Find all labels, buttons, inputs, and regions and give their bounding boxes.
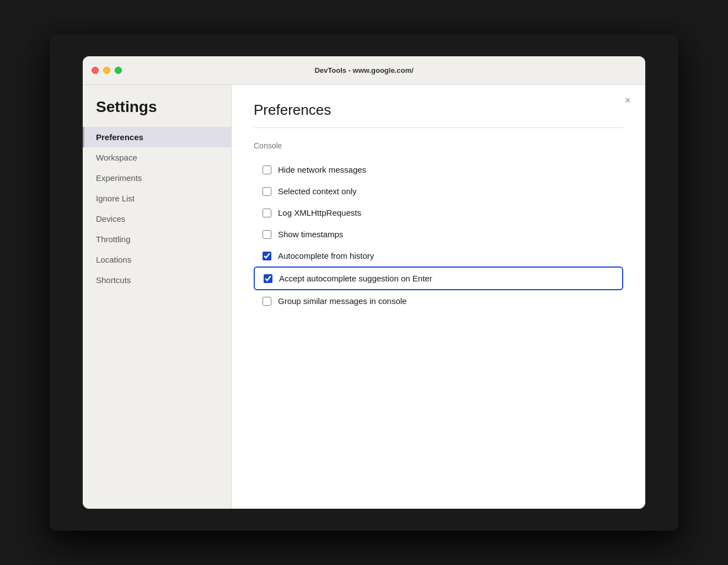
sidebar-item-shortcuts[interactable]: Shortcuts: [83, 270, 231, 290]
checkbox-accept-autocomplete[interactable]: [264, 274, 272, 283]
checkbox-log-xml[interactable]: [263, 209, 271, 217]
checkbox-item-autocomplete-history[interactable]: Autocomplete from history: [254, 245, 623, 266]
sidebar-item-preferences[interactable]: Preferences: [83, 127, 231, 147]
checkbox-label-group-similar: Group similar messages in console: [278, 296, 406, 306]
sidebar-item-throttling[interactable]: Throttling: [83, 229, 231, 249]
content-area: Settings Preferences Workspace Experimen…: [83, 85, 645, 509]
section-title: Preferences: [254, 102, 623, 119]
subsection-title: Console: [254, 141, 623, 150]
sidebar-item-workspace[interactable]: Workspace: [83, 147, 231, 168]
titlebar: DevTools - www.google.com/: [83, 56, 645, 85]
checkbox-hide-network[interactable]: [263, 166, 271, 174]
sidebar-item-experiments[interactable]: Experiments: [83, 168, 231, 188]
sidebar-item-ignore-list[interactable]: Ignore List: [83, 188, 231, 209]
checkbox-selected-context[interactable]: [263, 187, 271, 196]
checkbox-label-hide-network: Hide network messages: [278, 165, 366, 174]
checkbox-label-log-xml: Log XMLHttpRequests: [278, 208, 361, 217]
main-window: DevTools - www.google.com/ Settings Pref…: [83, 56, 645, 509]
window-wrapper: DevTools - www.google.com/ Settings Pref…: [50, 34, 678, 531]
sidebar-title: Settings: [83, 98, 231, 127]
sidebar-nav: Preferences Workspace Experiments Ignore…: [83, 127, 231, 290]
checkbox-show-timestamps[interactable]: [263, 230, 271, 239]
sidebar-item-devices[interactable]: Devices: [83, 209, 231, 229]
checkbox-autocomplete-history[interactable]: [263, 252, 271, 260]
section-divider: [254, 127, 623, 128]
main-panel: × Preferences Console Hide network messa…: [232, 85, 645, 509]
checkbox-item-group-similar[interactable]: Group similar messages in console: [254, 290, 623, 312]
close-button[interactable]: ×: [621, 94, 634, 107]
window-title: DevTools - www.google.com/: [314, 66, 413, 74]
checkbox-label-selected-context: Selected context only: [278, 186, 357, 196]
checkbox-label-show-timestamps: Show timestamps: [278, 230, 343, 239]
checkbox-item-show-timestamps[interactable]: Show timestamps: [254, 223, 623, 245]
traffic-lights: [92, 67, 122, 74]
checkbox-item-accept-autocomplete[interactable]: Accept autocomplete suggestion on Enter: [254, 266, 623, 290]
checkbox-list: Hide network messages Selected context o…: [254, 159, 623, 312]
checkbox-group-similar[interactable]: [263, 297, 271, 306]
checkbox-item-hide-network[interactable]: Hide network messages: [254, 159, 623, 180]
minimize-traffic-light[interactable]: [103, 67, 110, 74]
checkbox-item-log-xml[interactable]: Log XMLHttpRequests: [254, 202, 623, 223]
sidebar: Settings Preferences Workspace Experimen…: [83, 85, 232, 509]
sidebar-item-locations[interactable]: Locations: [83, 249, 231, 270]
checkbox-item-selected-context[interactable]: Selected context only: [254, 180, 623, 202]
close-traffic-light[interactable]: [92, 67, 99, 74]
maximize-traffic-light[interactable]: [115, 67, 122, 74]
checkbox-label-accept-autocomplete: Accept autocomplete suggestion on Enter: [279, 274, 432, 283]
checkbox-label-autocomplete-history: Autocomplete from history: [278, 251, 374, 260]
